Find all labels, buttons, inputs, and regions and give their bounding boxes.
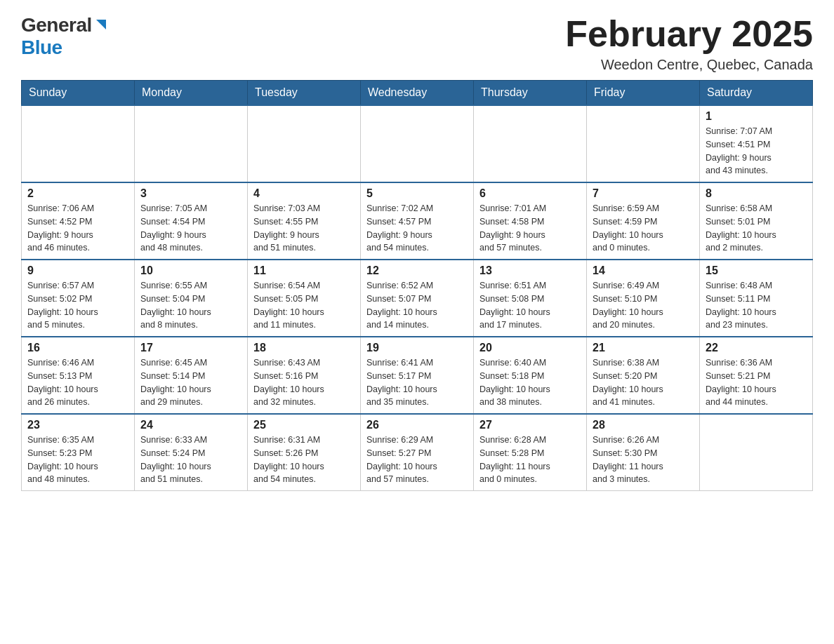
day-info: Sunrise: 6:45 AM Sunset: 5:14 PM Dayligh… xyxy=(140,356,241,409)
col-thursday: Thursday xyxy=(474,81,587,106)
day-info: Sunrise: 6:26 AM Sunset: 5:30 PM Dayligh… xyxy=(593,434,694,486)
day-info: Sunrise: 6:57 AM Sunset: 5:02 PM Dayligh… xyxy=(27,279,128,332)
day-info: Sunrise: 6:46 AM Sunset: 5:13 PM Dayligh… xyxy=(27,356,128,409)
day-number: 2 xyxy=(27,187,128,200)
day-info: Sunrise: 6:43 AM Sunset: 5:16 PM Dayligh… xyxy=(253,356,355,409)
calendar-body: 1Sunrise: 7:07 AM Sunset: 4:51 PM Daylig… xyxy=(22,105,813,491)
day-info: Sunrise: 7:03 AM Sunset: 4:55 PM Dayligh… xyxy=(253,202,355,255)
day-number: 8 xyxy=(706,187,807,200)
col-saturday: Saturday xyxy=(700,81,813,106)
day-info: Sunrise: 7:01 AM Sunset: 4:58 PM Dayligh… xyxy=(479,202,581,255)
month-title: February 2025 xyxy=(565,14,813,54)
page-header: General Blue February 2025 Weedon Centre… xyxy=(21,14,813,73)
col-sunday: Sunday xyxy=(22,81,135,106)
day-info: Sunrise: 6:41 AM Sunset: 5:17 PM Dayligh… xyxy=(366,356,468,409)
calendar-cell-w2-d1: 2Sunrise: 7:06 AM Sunset: 4:52 PM Daylig… xyxy=(22,182,135,260)
calendar-cell-w2-d7: 8Sunrise: 6:58 AM Sunset: 5:01 PM Daylig… xyxy=(700,182,813,260)
day-number: 18 xyxy=(253,342,355,354)
calendar-cell-w3-d4: 12Sunrise: 6:52 AM Sunset: 5:07 PM Dayli… xyxy=(361,260,474,337)
calendar-cell-w5-d3: 25Sunrise: 6:31 AM Sunset: 5:26 PM Dayli… xyxy=(248,414,361,491)
day-number: 1 xyxy=(706,110,807,123)
day-number: 27 xyxy=(479,419,581,431)
calendar-cell-w1-d3 xyxy=(248,105,361,182)
day-number: 17 xyxy=(140,342,241,354)
calendar-cell-w4-d6: 21Sunrise: 6:38 AM Sunset: 5:20 PM Dayli… xyxy=(587,337,700,414)
calendar-cell-w1-d1 xyxy=(22,105,135,182)
day-number: 4 xyxy=(253,187,355,200)
calendar-cell-w5-d5: 27Sunrise: 6:28 AM Sunset: 5:28 PM Dayli… xyxy=(474,414,587,491)
day-info: Sunrise: 6:54 AM Sunset: 5:05 PM Dayligh… xyxy=(253,279,355,332)
calendar-cell-w4-d4: 19Sunrise: 6:41 AM Sunset: 5:17 PM Dayli… xyxy=(361,337,474,414)
day-number: 15 xyxy=(706,264,807,277)
col-tuesday: Tuesday xyxy=(248,81,361,106)
calendar-cell-w1-d5 xyxy=(474,105,587,182)
day-number: 14 xyxy=(593,264,694,277)
day-info: Sunrise: 6:59 AM Sunset: 4:59 PM Dayligh… xyxy=(593,202,694,255)
day-number: 7 xyxy=(593,187,694,200)
day-info: Sunrise: 6:33 AM Sunset: 5:24 PM Dayligh… xyxy=(140,434,241,486)
day-number: 9 xyxy=(27,264,128,277)
calendar-week-2: 2Sunrise: 7:06 AM Sunset: 4:52 PM Daylig… xyxy=(22,182,813,260)
day-info: Sunrise: 6:35 AM Sunset: 5:23 PM Dayligh… xyxy=(27,434,128,486)
day-info: Sunrise: 7:06 AM Sunset: 4:52 PM Dayligh… xyxy=(27,202,128,255)
calendar-header-row: Sunday Monday Tuesday Wednesday Thursday… xyxy=(22,81,813,106)
day-number: 23 xyxy=(27,419,128,431)
calendar-cell-w1-d7: 1Sunrise: 7:07 AM Sunset: 4:51 PM Daylig… xyxy=(700,105,813,182)
day-number: 25 xyxy=(253,419,355,431)
calendar-table: Sunday Monday Tuesday Wednesday Thursday… xyxy=(21,80,813,491)
day-info: Sunrise: 6:40 AM Sunset: 5:18 PM Dayligh… xyxy=(479,356,581,409)
day-info: Sunrise: 6:28 AM Sunset: 5:28 PM Dayligh… xyxy=(479,434,581,486)
calendar-cell-w5-d1: 23Sunrise: 6:35 AM Sunset: 5:23 PM Dayli… xyxy=(22,414,135,491)
calendar-cell-w5-d7 xyxy=(700,414,813,491)
day-info: Sunrise: 6:38 AM Sunset: 5:20 PM Dayligh… xyxy=(593,356,694,409)
day-info: Sunrise: 6:29 AM Sunset: 5:27 PM Dayligh… xyxy=(366,434,468,486)
svg-marker-0 xyxy=(96,20,106,29)
calendar-cell-w4-d3: 18Sunrise: 6:43 AM Sunset: 5:16 PM Dayli… xyxy=(248,337,361,414)
calendar-cell-w1-d2 xyxy=(135,105,248,182)
day-number: 10 xyxy=(140,264,241,277)
day-info: Sunrise: 6:31 AM Sunset: 5:26 PM Dayligh… xyxy=(253,434,355,486)
calendar-week-3: 9Sunrise: 6:57 AM Sunset: 5:02 PM Daylig… xyxy=(22,260,813,337)
day-number: 3 xyxy=(140,187,241,200)
logo: General Blue xyxy=(21,14,109,59)
day-info: Sunrise: 7:07 AM Sunset: 4:51 PM Dayligh… xyxy=(706,125,807,177)
calendar-cell-w3-d5: 13Sunrise: 6:51 AM Sunset: 5:08 PM Dayli… xyxy=(474,260,587,337)
calendar-cell-w2-d5: 6Sunrise: 7:01 AM Sunset: 4:58 PM Daylig… xyxy=(474,182,587,260)
day-info: Sunrise: 6:51 AM Sunset: 5:08 PM Dayligh… xyxy=(479,279,581,332)
day-number: 20 xyxy=(479,342,581,354)
calendar-week-5: 23Sunrise: 6:35 AM Sunset: 5:23 PM Dayli… xyxy=(22,414,813,491)
day-info: Sunrise: 6:52 AM Sunset: 5:07 PM Dayligh… xyxy=(366,279,468,332)
day-number: 22 xyxy=(706,342,807,354)
day-number: 19 xyxy=(366,342,468,354)
calendar-cell-w1-d4 xyxy=(361,105,474,182)
day-info: Sunrise: 6:48 AM Sunset: 5:11 PM Dayligh… xyxy=(706,279,807,332)
col-friday: Friday xyxy=(587,81,700,106)
calendar-cell-w3-d1: 9Sunrise: 6:57 AM Sunset: 5:02 PM Daylig… xyxy=(22,260,135,337)
day-info: Sunrise: 7:02 AM Sunset: 4:57 PM Dayligh… xyxy=(366,202,468,255)
day-number: 5 xyxy=(366,187,468,200)
day-number: 13 xyxy=(479,264,581,277)
day-number: 12 xyxy=(366,264,468,277)
calendar-cell-w3-d7: 15Sunrise: 6:48 AM Sunset: 5:11 PM Dayli… xyxy=(700,260,813,337)
logo-arrow-icon xyxy=(93,17,109,32)
logo-general-text: General xyxy=(21,14,92,36)
calendar-cell-w5-d4: 26Sunrise: 6:29 AM Sunset: 5:27 PM Dayli… xyxy=(361,414,474,491)
calendar-cell-w4-d1: 16Sunrise: 6:46 AM Sunset: 5:13 PM Dayli… xyxy=(22,337,135,414)
col-monday: Monday xyxy=(135,81,248,106)
day-info: Sunrise: 6:49 AM Sunset: 5:10 PM Dayligh… xyxy=(593,279,694,332)
calendar-cell-w3-d2: 10Sunrise: 6:55 AM Sunset: 5:04 PM Dayli… xyxy=(135,260,248,337)
day-number: 16 xyxy=(27,342,128,354)
logo-blue-text: Blue xyxy=(21,36,62,59)
calendar-week-1: 1Sunrise: 7:07 AM Sunset: 4:51 PM Daylig… xyxy=(22,105,813,182)
day-info: Sunrise: 7:05 AM Sunset: 4:54 PM Dayligh… xyxy=(140,202,241,255)
calendar-cell-w2-d3: 4Sunrise: 7:03 AM Sunset: 4:55 PM Daylig… xyxy=(248,182,361,260)
calendar-week-4: 16Sunrise: 6:46 AM Sunset: 5:13 PM Dayli… xyxy=(22,337,813,414)
calendar-cell-w4-d7: 22Sunrise: 6:36 AM Sunset: 5:21 PM Dayli… xyxy=(700,337,813,414)
day-info: Sunrise: 6:55 AM Sunset: 5:04 PM Dayligh… xyxy=(140,279,241,332)
day-info: Sunrise: 6:58 AM Sunset: 5:01 PM Dayligh… xyxy=(706,202,807,255)
day-number: 6 xyxy=(479,187,581,200)
day-number: 11 xyxy=(253,264,355,277)
day-number: 21 xyxy=(593,342,694,354)
day-info: Sunrise: 6:36 AM Sunset: 5:21 PM Dayligh… xyxy=(706,356,807,409)
calendar-cell-w5-d6: 28Sunrise: 6:26 AM Sunset: 5:30 PM Dayli… xyxy=(587,414,700,491)
